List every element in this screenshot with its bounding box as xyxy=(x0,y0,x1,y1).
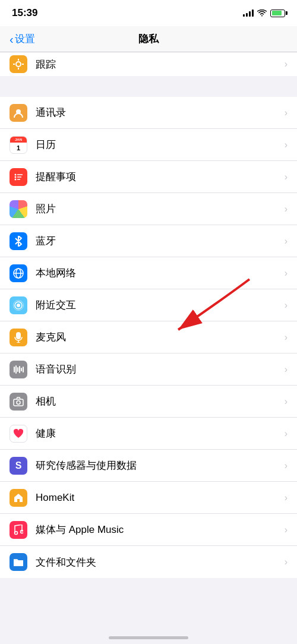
list-item[interactable]: 提醒事项 › xyxy=(0,161,297,193)
research-icon: S xyxy=(10,457,27,475)
nearby-icon xyxy=(10,296,27,314)
list-item[interactable]: 照片 › xyxy=(0,193,297,225)
bluetooth-label: 蓝牙 xyxy=(36,234,280,248)
back-label: 设置 xyxy=(15,32,35,46)
list-item[interactable]: 跟踪 › xyxy=(0,52,297,76)
microphone-icon xyxy=(10,329,27,346)
battery-fill xyxy=(272,11,282,15)
nav-bar: ‹ 设置 隐私 xyxy=(0,26,297,52)
local-network-icon xyxy=(10,264,27,282)
list-item[interactable]: 相机 › xyxy=(0,386,297,418)
svg-rect-27 xyxy=(14,399,23,406)
media-label: 媒体与 Apple Music xyxy=(36,523,280,536)
list-item[interactable]: 语音识别 › xyxy=(0,353,297,386)
local-network-label: 本地网络 xyxy=(36,266,280,280)
camera-label: 相机 xyxy=(36,394,280,408)
status-bar: 15:39 xyxy=(0,0,297,26)
calendar-label: 日历 xyxy=(36,138,280,151)
photos-label: 照片 xyxy=(36,202,280,216)
svg-rect-18 xyxy=(16,332,21,339)
tracking-icon xyxy=(10,55,27,73)
svg-point-28 xyxy=(17,400,20,404)
chevron-icon: › xyxy=(285,364,287,375)
svg-point-7 xyxy=(15,176,17,178)
chevron-icon: › xyxy=(285,428,287,439)
microphone-item[interactable]: 麦克风 › xyxy=(0,321,297,353)
files-label: 文件和文件夹 xyxy=(36,555,280,569)
svg-point-8 xyxy=(15,178,17,180)
list-item[interactable]: 媒体与 Apple Music › xyxy=(0,514,297,546)
contacts-icon xyxy=(10,104,27,122)
nearby-label: 附近交互 xyxy=(36,298,280,312)
svg-point-15 xyxy=(17,304,20,307)
chevron-icon: › xyxy=(285,140,287,150)
wifi-icon xyxy=(257,10,267,17)
speech-label: 语音识别 xyxy=(36,362,280,376)
reminders-label: 提醒事项 xyxy=(36,170,280,184)
bluetooth-icon xyxy=(10,232,27,250)
files-icon xyxy=(10,553,27,571)
homekit-icon xyxy=(10,489,27,507)
health-label: 健康 xyxy=(36,427,280,440)
chevron-icon: › xyxy=(285,557,287,567)
list-item[interactable]: JAN 1 日历 › xyxy=(0,129,297,161)
signal-icon xyxy=(243,10,254,17)
back-chevron-icon: ‹ xyxy=(10,33,14,45)
svg-point-6 xyxy=(15,173,17,175)
svg-point-29 xyxy=(15,531,18,534)
chevron-icon: › xyxy=(285,396,287,407)
reminders-icon xyxy=(10,168,27,186)
chevron-icon: › xyxy=(285,204,287,214)
chevron-icon: › xyxy=(285,268,287,279)
section-gap xyxy=(0,76,297,97)
status-time: 15:39 xyxy=(12,7,37,19)
partial-section: 跟踪 › xyxy=(0,52,297,76)
page-title: 隐私 xyxy=(138,32,159,46)
chevron-icon: › xyxy=(285,525,287,535)
chevron-icon: › xyxy=(285,59,287,70)
tracking-label: 跟踪 xyxy=(36,58,280,71)
contacts-label: 通讯录 xyxy=(36,106,280,119)
list-item[interactable]: 蓝牙 › xyxy=(0,225,297,257)
back-button[interactable]: ‹ 设置 xyxy=(10,32,35,46)
list-item[interactable]: 附近交互 › xyxy=(0,289,297,321)
chevron-icon: › xyxy=(285,108,287,118)
list-item[interactable]: HomeKit › xyxy=(0,482,297,514)
list-item[interactable]: 健康 › xyxy=(0,418,297,450)
calendar-icon: JAN 1 xyxy=(10,136,27,154)
research-label: 研究传感器与使用数据 xyxy=(36,459,280,472)
settings-list: 通讯录 › JAN 1 日历 › 提醒事项 › 照片 › xyxy=(0,97,297,578)
speech-icon xyxy=(10,361,27,378)
chevron-icon: › xyxy=(285,493,287,503)
chevron-icon: › xyxy=(285,172,287,182)
chevron-icon: › xyxy=(285,332,287,343)
microphone-label: 麦克风 xyxy=(36,330,280,344)
list-item[interactable]: 本地网络 › xyxy=(0,257,297,289)
homekit-label: HomeKit xyxy=(36,492,280,504)
list-item[interactable]: S 研究传感器与使用数据 › xyxy=(0,450,297,482)
media-icon xyxy=(10,521,27,539)
list-item[interactable]: 文件和文件夹 › xyxy=(0,546,297,578)
status-icons xyxy=(243,10,285,17)
battery-icon xyxy=(270,10,285,17)
camera-icon xyxy=(10,393,27,411)
chevron-icon: › xyxy=(285,236,287,247)
svg-point-0 xyxy=(16,62,21,67)
home-indicator xyxy=(109,636,188,639)
photos-icon xyxy=(10,200,27,218)
chevron-icon: › xyxy=(285,460,287,471)
health-icon xyxy=(10,425,27,443)
list-item[interactable]: 通讯录 › xyxy=(0,97,297,129)
chevron-icon: › xyxy=(285,300,287,311)
